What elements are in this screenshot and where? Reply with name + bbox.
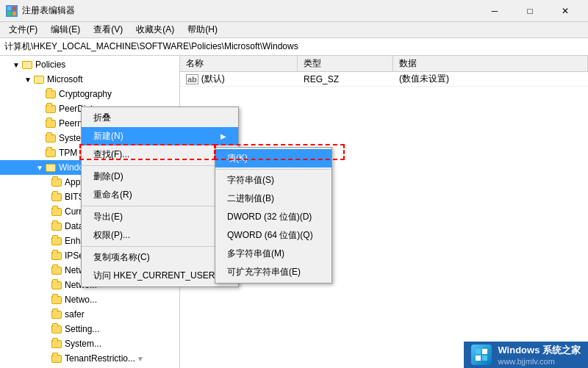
right-header: 名称 类型 数据 bbox=[180, 56, 588, 72]
folder-icon bbox=[45, 88, 57, 100]
watermark-icon bbox=[471, 344, 492, 365]
folder-icon bbox=[51, 264, 62, 276]
folder-icon bbox=[33, 73, 45, 85]
tree-label: Cryptography bbox=[59, 89, 112, 99]
watermark-line1: Windows 系统之家 bbox=[498, 344, 581, 357]
folder-icon bbox=[51, 206, 62, 217]
folder-icon bbox=[21, 59, 33, 71]
tree-item-setting[interactable]: ▶ Setting... bbox=[0, 322, 179, 336]
folder-icon bbox=[51, 220, 62, 232]
folder-icon bbox=[45, 103, 57, 115]
ctx-new-label: 新建(N) bbox=[93, 130, 123, 142]
folder-icon bbox=[45, 147, 57, 159]
title-text: 注册表编辑器 bbox=[22, 4, 75, 17]
expand-arrow: ▼ bbox=[24, 75, 32, 84]
tree-label: TenantRestrictio... bbox=[65, 353, 135, 364]
cell-name: ab (默认) bbox=[180, 71, 298, 87]
folder-icon bbox=[51, 323, 62, 335]
sub-ctx-multistring[interactable]: 多字符串值(M) bbox=[215, 245, 331, 263]
svg-rect-4 bbox=[476, 349, 481, 354]
ctx-new[interactable]: 新建(N) ▶ bbox=[82, 127, 238, 145]
ab-icon: ab bbox=[186, 74, 198, 84]
menu-edit[interactable]: 编辑(E) bbox=[45, 22, 86, 37]
svg-rect-3 bbox=[12, 12, 16, 15]
sub-ctx-binary[interactable]: 二进制值(B) bbox=[215, 190, 331, 208]
expand-arrow: ▼ bbox=[12, 60, 21, 69]
menu-file[interactable]: 文件(F) bbox=[3, 22, 43, 37]
folder-icon bbox=[51, 309, 62, 320]
sub-ctx-expandstring[interactable]: 可扩充字符串值(E) bbox=[215, 263, 331, 281]
folder-icon bbox=[51, 235, 62, 247]
col-header-data: 数据 bbox=[393, 56, 588, 71]
title-bar-left: 注册表编辑器 bbox=[6, 4, 75, 17]
sub-ctx-string[interactable]: 字符串值(S) bbox=[215, 171, 331, 190]
tree-label: Setting... bbox=[65, 324, 99, 334]
col-header-type: 类型 bbox=[298, 56, 393, 71]
row-name-text: (默认) bbox=[201, 73, 225, 85]
folder-icon bbox=[45, 162, 57, 173]
svg-rect-1 bbox=[12, 7, 16, 10]
folder-icon bbox=[51, 338, 62, 350]
minimize-button[interactable]: ─ bbox=[478, 0, 512, 22]
col-header-name: 名称 bbox=[180, 56, 298, 71]
address-path: 计算机\HKEY_LOCAL_MACHINE\SOFTWARE\Policies… bbox=[4, 40, 298, 53]
watermark-text: Windows 系统之家 www.bjjmlv.com bbox=[498, 344, 581, 366]
tree-label: Microsoft bbox=[47, 74, 83, 84]
ctx-collapse[interactable]: 折叠 bbox=[82, 109, 238, 127]
address-bar: 计算机\HKEY_LOCAL_MACHINE\SOFTWARE\Policies… bbox=[0, 38, 588, 56]
close-button[interactable]: ✕ bbox=[548, 0, 582, 22]
sub-context-menu: 项(K) 字符串值(S) 二进制值(B) DWORD (32 位值)(D) QW… bbox=[215, 147, 332, 284]
folder-icon bbox=[51, 176, 62, 188]
sub-separator bbox=[215, 169, 331, 170]
tree-item-cryptography[interactable]: ▶ Cryptography bbox=[0, 87, 179, 101]
folder-icon bbox=[51, 279, 62, 291]
sub-ctx-qword[interactable]: QWORD (64 位值)(Q) bbox=[215, 226, 331, 245]
registry-row[interactable]: ab (默认) REG_SZ (数值未设置) bbox=[180, 72, 588, 87]
window: 注册表编辑器 ─ □ ✕ 文件(F) 编辑(E) 查看(V) 收藏夹(A) 帮助… bbox=[0, 0, 588, 368]
tree-item-policies[interactable]: ▼ Policies bbox=[0, 57, 179, 72]
tree-label: TPM bbox=[59, 148, 77, 158]
svg-rect-6 bbox=[476, 356, 481, 361]
tree-label: safer bbox=[65, 309, 85, 320]
menu-help[interactable]: 帮助(H) bbox=[182, 22, 223, 37]
sub-ctx-dword[interactable]: DWORD (32 位值)(D) bbox=[215, 208, 331, 226]
folder-icon bbox=[51, 353, 62, 364]
svg-rect-5 bbox=[482, 349, 487, 354]
tree-item-microsoft[interactable]: ▼ Microsoft bbox=[0, 72, 179, 87]
folder-icon bbox=[51, 191, 62, 203]
tree-item-system[interactable]: ▶ System... bbox=[0, 336, 179, 351]
tree-label: Policies bbox=[35, 59, 65, 70]
tree-item-netwo3[interactable]: ▶ Netwo... bbox=[0, 292, 179, 307]
svg-rect-0 bbox=[7, 7, 11, 10]
tree-item-tenant[interactable]: ▶ TenantRestrictio... ▼ bbox=[0, 351, 179, 366]
tree-label: System... bbox=[65, 339, 101, 349]
expand-arrow: ▼ bbox=[35, 163, 44, 172]
tree-item-safer[interactable]: ▶ safer bbox=[0, 307, 179, 322]
menu-view[interactable]: 查看(V) bbox=[87, 22, 129, 37]
folder-icon bbox=[51, 294, 62, 306]
ctx-submenu-arrow: ▶ bbox=[220, 132, 226, 140]
tree-label: Netwo... bbox=[65, 295, 97, 305]
cell-data: (数值未设置) bbox=[393, 71, 588, 87]
scroll-indicator: ▼ bbox=[137, 355, 144, 363]
title-bar-controls: ─ □ ✕ bbox=[478, 0, 582, 22]
svg-rect-7 bbox=[482, 356, 487, 361]
sub-ctx-key[interactable]: 项(K) bbox=[215, 149, 331, 167]
folder-icon bbox=[45, 118, 57, 129]
maximize-button[interactable]: □ bbox=[513, 0, 547, 22]
svg-rect-2 bbox=[7, 12, 11, 15]
watermark: Windows 系统之家 www.bjjmlv.com bbox=[464, 342, 588, 368]
app-icon bbox=[6, 5, 18, 17]
menu-favorites[interactable]: 收藏夹(A) bbox=[130, 22, 180, 37]
folder-icon bbox=[45, 132, 57, 144]
folder-icon bbox=[51, 250, 62, 261]
menu-bar: 文件(F) 编辑(E) 查看(V) 收藏夹(A) 帮助(H) bbox=[0, 22, 588, 38]
cell-type: REG_SZ bbox=[298, 73, 393, 86]
watermark-line2: www.bjjmlv.com bbox=[498, 357, 581, 366]
title-bar: 注册表编辑器 ─ □ ✕ bbox=[0, 0, 588, 22]
